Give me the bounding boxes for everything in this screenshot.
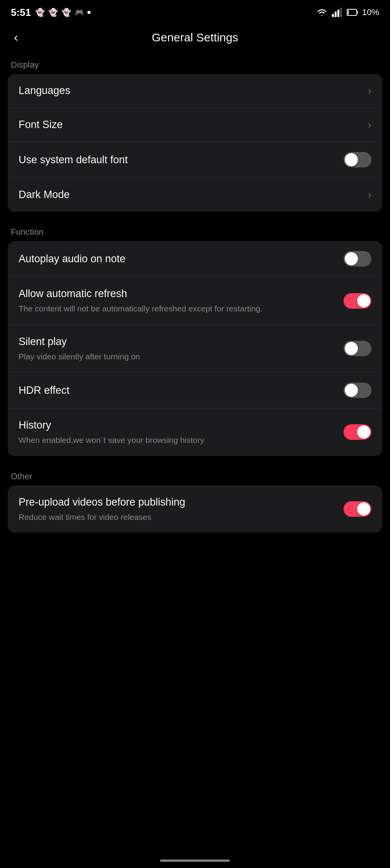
setting-title-silent-play: Silent play (19, 335, 337, 349)
snapchat-icon-1: 👻 (35, 7, 45, 17)
setting-item-pre-upload[interactable]: Pre-upload videos before publishingReduc… (8, 485, 382, 533)
setting-item-system-font[interactable]: Use system default font (8, 142, 382, 178)
snapchat-icon-3: 👻 (61, 7, 71, 17)
setting-item-hdr-effect[interactable]: HDR effect (8, 372, 382, 408)
setting-item-left-history: HistoryWhen enabled,we won´t save your b… (19, 419, 337, 446)
setting-item-left-allow-refresh: Allow automatic refreshThe content will … (19, 287, 337, 314)
status-right: 10% (316, 7, 379, 17)
setting-item-font-size[interactable]: Font Size› (8, 108, 382, 142)
setting-item-silent-play[interactable]: Silent playPlay video silently after tur… (8, 325, 382, 372)
settings-card-function: Autoplay audio on noteAllow automatic re… (8, 241, 382, 456)
battery-icon (347, 9, 358, 16)
toggle-history[interactable] (344, 424, 371, 440)
toggle-system-font[interactable] (344, 152, 371, 167)
toggle-knob-history (357, 425, 370, 439)
signal-icon (332, 8, 343, 17)
settings-card-other: Pre-upload videos before publishingReduc… (8, 485, 382, 533)
setting-item-left-system-font: Use system default font (19, 153, 337, 167)
section-label-function: Function (0, 222, 390, 241)
settings-container: DisplayLanguages›Font Size›Use system de… (0, 55, 390, 533)
toggle-hdr-effect[interactable] (344, 383, 371, 398)
status-left: 5:51 👻 👻 👻 🎮 (11, 7, 91, 19)
setting-item-left-silent-play: Silent playPlay video silently after tur… (19, 335, 337, 362)
chevron-icon-font-size: › (368, 119, 371, 131)
toggle-allow-refresh[interactable] (344, 293, 371, 309)
svg-rect-5 (357, 11, 358, 14)
section-label-display: Display (0, 55, 390, 74)
toggle-knob-pre-upload (357, 502, 370, 516)
setting-title-pre-upload: Pre-upload videos before publishing (19, 496, 337, 509)
setting-title-font-size: Font Size (19, 118, 362, 132)
setting-title-autoplay-audio: Autoplay audio on note (19, 252, 337, 266)
setting-item-left-pre-upload: Pre-upload videos before publishingReduc… (19, 496, 337, 523)
battery-percentage: 10% (362, 7, 379, 17)
svg-rect-0 (332, 14, 334, 17)
setting-title-history: History (19, 419, 337, 432)
toggle-knob-allow-refresh (357, 294, 370, 308)
chevron-icon-dark-mode: › (368, 189, 371, 201)
setting-subtitle-pre-upload: Reduce wait times for video releases (19, 511, 337, 523)
back-button[interactable]: ‹ (11, 27, 21, 48)
setting-title-dark-mode: Dark Mode (19, 188, 362, 202)
toggle-knob-system-font (345, 153, 358, 166)
section-label-other: Other (0, 467, 390, 485)
setting-item-dark-mode[interactable]: Dark Mode› (8, 178, 382, 212)
discord-icon: 🎮 (74, 7, 84, 17)
toggle-knob-silent-play (345, 342, 358, 355)
wifi-icon (316, 8, 328, 17)
setting-title-allow-refresh: Allow automatic refresh (19, 287, 337, 301)
setting-item-history[interactable]: HistoryWhen enabled,we won´t save your b… (8, 408, 382, 456)
toggle-silent-play[interactable] (344, 341, 371, 356)
setting-title-system-font: Use system default font (19, 153, 337, 167)
setting-item-languages[interactable]: Languages› (8, 74, 382, 108)
toggle-pre-upload[interactable] (344, 501, 371, 517)
svg-rect-2 (337, 10, 339, 17)
setting-item-left-dark-mode: Dark Mode (19, 188, 362, 202)
svg-rect-3 (340, 8, 342, 17)
setting-item-autoplay-audio[interactable]: Autoplay audio on note (8, 241, 382, 277)
setting-item-left-hdr-effect: HDR effect (19, 384, 337, 397)
chevron-icon-languages: › (368, 85, 371, 97)
setting-subtitle-history: When enabled,we won´t save your browsing… (19, 434, 337, 446)
status-bar: 5:51 👻 👻 👻 🎮 (0, 0, 390, 23)
setting-item-left-font-size: Font Size (19, 118, 362, 132)
setting-title-languages: Languages (19, 84, 362, 97)
status-time: 5:51 (11, 7, 31, 19)
setting-title-hdr-effect: HDR effect (19, 384, 337, 397)
setting-item-allow-refresh[interactable]: Allow automatic refreshThe content will … (8, 277, 382, 325)
toggle-knob-autoplay-audio (345, 252, 358, 265)
snapchat-icon-2: 👻 (48, 7, 58, 17)
page-title: General Settings (152, 31, 238, 44)
notification-dot (87, 11, 91, 14)
setting-subtitle-silent-play: Play video silently after turning on (19, 351, 337, 362)
status-icons: 👻 👻 👻 🎮 (35, 7, 91, 17)
settings-card-display: Languages›Font Size›Use system default f… (8, 74, 382, 212)
toggle-knob-hdr-effect (345, 384, 358, 397)
app-header: ‹ General Settings (0, 23, 390, 55)
toggle-autoplay-audio[interactable] (344, 251, 371, 267)
setting-item-left-languages: Languages (19, 84, 362, 97)
setting-subtitle-allow-refresh: The content will not be automatically re… (19, 303, 337, 314)
home-indicator (160, 859, 230, 862)
svg-rect-1 (335, 12, 337, 17)
setting-item-left-autoplay-audio: Autoplay audio on note (19, 252, 337, 266)
svg-rect-6 (347, 10, 349, 15)
